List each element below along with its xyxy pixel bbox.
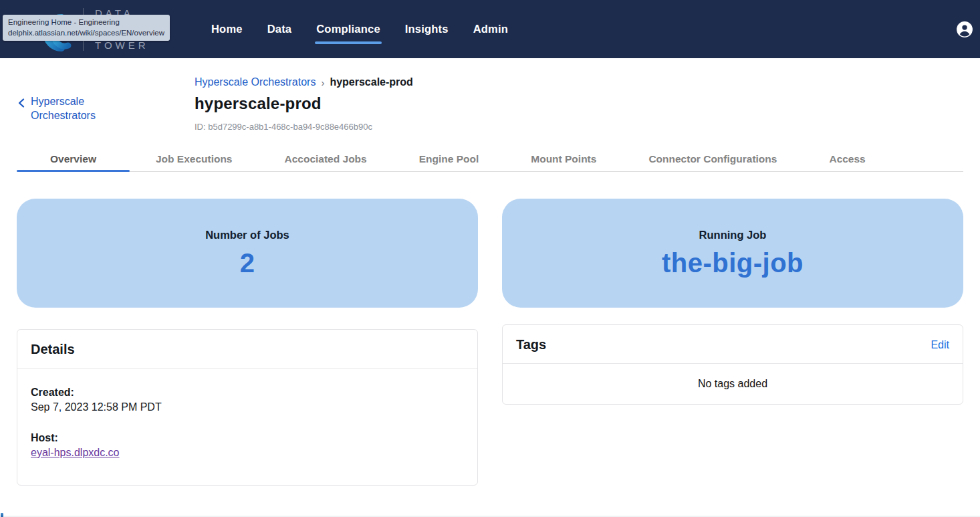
tab-bar: Overview Job Executions Accociated Jobs … (17, 146, 963, 172)
tab-connector-configurations[interactable]: Connector Configurations (622, 146, 803, 171)
created-label: Created: (31, 385, 464, 400)
nav-item-compliance[interactable]: Compliance (316, 23, 380, 35)
tags-edit-link[interactable]: Edit (931, 339, 949, 351)
details-title: Details (31, 342, 75, 357)
breadcrumb-current: hyperscale-prod (330, 76, 412, 88)
nav-item-home[interactable]: Home (211, 23, 243, 35)
chevron-left-icon (17, 98, 25, 108)
running-job-value: the-big-job (662, 248, 804, 278)
tab-access[interactable]: Access (803, 146, 891, 171)
page-title: hyperscale-prod (195, 94, 413, 113)
tags-title: Tags (516, 337, 546, 352)
created-value: Sep 7, 2023 12:58 PM PDT (31, 400, 464, 415)
main-nav: Home Data Compliance Insights Admin (211, 0, 508, 58)
user-avatar-icon[interactable] (956, 21, 973, 38)
tab-accociated-jobs[interactable]: Accociated Jobs (259, 146, 393, 171)
host-link[interactable]: eyal-hps.dlpxdc.co (31, 447, 120, 458)
number-of-jobs-value: 2 (240, 248, 255, 278)
number-of-jobs-label: Number of Jobs (205, 229, 289, 241)
footer-logo-fragment (1, 513, 3, 517)
nav-item-data[interactable]: Data (267, 23, 292, 35)
tab-mount-points[interactable]: Mount Points (505, 146, 622, 171)
cards-row: Details Created: Sep 7, 2023 12:58 PM PD… (17, 324, 963, 486)
tags-card-header: Tags Edit (503, 325, 963, 363)
breadcrumb: Hyperscale Orchestrators › hyperscale-pr… (195, 76, 413, 88)
breadcrumb-parent-link[interactable]: Hyperscale Orchestrators (195, 76, 316, 88)
host-label: Host: (31, 431, 464, 445)
tab-engine-pool[interactable]: Engine Pool (393, 146, 505, 171)
link-preview-tooltip: Engineering Home - Engineering delphix.a… (3, 15, 170, 41)
stats-row: Number of Jobs 2 Running Job the-big-job (17, 199, 963, 308)
tags-empty-text: No tags added (503, 364, 963, 404)
running-job-label: Running Job (699, 229, 767, 241)
details-body: Created: Sep 7, 2023 12:58 PM PDT Host: … (17, 369, 477, 485)
nav-item-insights[interactable]: Insights (405, 23, 449, 35)
number-of-jobs-card: Number of Jobs 2 (17, 199, 478, 308)
nav-item-admin[interactable]: Admin (473, 23, 508, 35)
details-card: Details Created: Sep 7, 2023 12:58 PM PD… (17, 329, 478, 486)
running-job-card: Running Job the-big-job (502, 199, 963, 308)
details-card-header: Details (17, 330, 477, 368)
back-link-label: Hyperscale Orchestrators (31, 94, 131, 122)
tooltip-title: Engineering Home - Engineering (8, 17, 164, 27)
tags-card: Tags Edit No tags added (502, 324, 963, 405)
back-link[interactable]: Hyperscale Orchestrators (17, 94, 131, 122)
orchestrator-id: ID: b5d7299c-a8b1-468c-ba94-9c88e466b90c (195, 122, 413, 132)
tooltip-url: delphix.atlassian.net/wiki/spaces/EN/ove… (8, 27, 164, 38)
breadcrumb-separator-icon: › (321, 77, 324, 88)
page-header: Hyperscale Orchestrators › hyperscale-pr… (195, 76, 413, 132)
tab-overview[interactable]: Overview (17, 146, 130, 171)
tab-job-executions[interactable]: Job Executions (130, 146, 259, 171)
